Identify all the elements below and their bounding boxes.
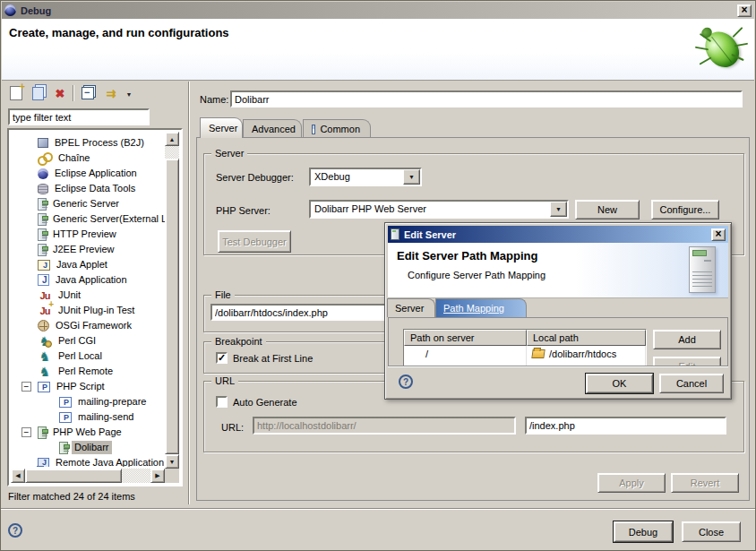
configure-server-button[interactable]: Configure... [651, 200, 719, 220]
tree-item-dolibarr[interactable]: Dolibarr [11, 440, 165, 455]
window-close-button[interactable] [737, 4, 752, 17]
duplicate-config-button[interactable] [28, 83, 47, 103]
path-mapping-panel: Path on server Local path / /dolibarr/ht… [388, 317, 728, 368]
php-server-select[interactable]: Dolibarr PHP Web Server [309, 200, 569, 219]
tree-item-perl-cgi[interactable]: Perl CGI [11, 333, 165, 349]
help-button[interactable] [8, 523, 22, 538]
scroll-down-button[interactable] [165, 454, 179, 469]
tree-item-j2ee-preview[interactable]: J2EE Preview [11, 242, 165, 257]
dialog-help-button[interactable] [399, 375, 413, 389]
tab-path-mapping[interactable]: Path Mapping [435, 298, 527, 317]
database-icon [38, 184, 48, 194]
scroll-right-button[interactable] [150, 469, 165, 483]
tree-item-perl-remote[interactable]: Perl Remote [11, 364, 165, 379]
apply-button: Apply [597, 473, 666, 493]
horizontal-scroll-thumb[interactable] [25, 469, 122, 483]
edit-server-titlebar[interactable]: Edit Server [388, 226, 728, 243]
tree-item-php-script[interactable]: PHP Script [11, 379, 165, 394]
tree-item-java-application[interactable]: Java Application [11, 272, 165, 288]
new-config-button[interactable] [6, 83, 26, 103]
tree-item-eclipse-data-tools[interactable]: Eclipse Data Tools [11, 181, 165, 196]
tree-item-generic-server[interactable]: Generic Server [11, 196, 165, 211]
debug-button[interactable]: Debug [614, 521, 673, 542]
add-mapping-button[interactable]: Add [653, 330, 721, 349]
junit-plugin-icon [38, 304, 52, 318]
name-input[interactable] [230, 90, 743, 108]
cell-local-path: /dolibarr/htdocs [527, 346, 646, 361]
tree-horizontal-scrollbar[interactable] [11, 469, 165, 483]
tree-item-bpel-process[interactable]: BPEL Process (B2J) [11, 135, 165, 151]
banner-title: Create, manage, and run configurations [9, 26, 229, 39]
edit-server-buttonbar: OK Cancel [388, 366, 728, 396]
tree-item-remote-java-application[interactable]: Remote Java Application [11, 455, 165, 467]
server-tower-icon [689, 246, 716, 293]
chevron-down-icon[interactable] [550, 202, 567, 217]
tree-item-chaine[interactable]: Chaîne [11, 151, 165, 166]
collapse-all-button[interactable] [78, 83, 98, 103]
cancel-button[interactable]: Cancel [659, 374, 724, 393]
php-file-icon [59, 397, 72, 408]
edit-server-dialog: Edit Server Edit Server Path Mapping Con… [384, 222, 732, 400]
tree-item-http-preview[interactable]: HTTP Preview [11, 227, 165, 242]
tab-common[interactable]: Common [303, 119, 371, 138]
java-application-icon [38, 274, 49, 286]
close-button[interactable]: Close [682, 521, 741, 542]
tree-item-junit[interactable]: JUnit [11, 288, 165, 303]
ok-button[interactable]: OK [586, 374, 653, 393]
column-path-on-server[interactable]: Path on server [404, 330, 527, 346]
perl-icon [38, 365, 52, 379]
edit-server-banner: Edit Server Path Mapping Configure Serve… [388, 243, 728, 298]
panel-divider[interactable] [188, 82, 190, 504]
tree-item-mailing-send[interactable]: mailing-send [11, 409, 165, 425]
tab-edit-server[interactable]: Server [387, 298, 435, 317]
php-file-icon [59, 412, 72, 423]
tab-advanced[interactable]: Advanced [243, 119, 302, 138]
tree-item-junit-plugin-test[interactable]: JUnit Plug-in Test [11, 303, 165, 318]
url-path-input[interactable] [525, 417, 726, 435]
column-local-path[interactable]: Local path [527, 330, 646, 346]
filter-icon [107, 87, 116, 100]
collapse-expander-icon[interactable] [21, 427, 31, 437]
tree-item-osgi-framework[interactable]: OSGi Framework [11, 318, 165, 333]
server-icon [391, 228, 399, 240]
osgi-framework-icon [38, 320, 49, 331]
tree-item-perl-local[interactable]: Perl Local [11, 349, 165, 364]
tree-item-php-web-page[interactable]: PHP Web Page [11, 425, 165, 440]
toolbar-menu-button[interactable] [123, 83, 135, 103]
filter-button[interactable] [101, 83, 121, 103]
close-icon [715, 229, 721, 239]
edit-server-close-button[interactable] [711, 228, 726, 241]
php-web-page-icon [59, 442, 68, 454]
vertical-scroll-thumb[interactable] [165, 159, 179, 454]
tab-server[interactable]: Server [200, 117, 243, 138]
filter-status-text: Filter matched 24 of 24 items [8, 490, 135, 503]
auto-generate-checkbox[interactable] [216, 396, 228, 408]
server-icon [38, 198, 47, 211]
break-first-line-checkbox[interactable] [216, 352, 228, 364]
delete-icon [56, 87, 65, 100]
server-debugger-select[interactable]: XDebug [309, 168, 422, 186]
delete-config-button[interactable] [50, 83, 70, 103]
debug-bug-icon [693, 22, 749, 76]
table-row[interactable]: / /dolibarr/htdocs [404, 346, 646, 361]
filter-input[interactable] [8, 108, 150, 125]
php-web-page-icon [38, 426, 47, 439]
banner: Create, manage, and run configurations [2, 19, 754, 81]
scroll-up-button[interactable] [165, 132, 179, 146]
tree-vertical-scrollbar[interactable] [165, 132, 179, 469]
eclipse-application-icon [38, 168, 48, 179]
perl-icon [38, 349, 52, 364]
footer-separator [1, 508, 756, 510]
debug-window: Debug Create, manage, and run configurat… [0, 0, 756, 551]
tree-item-mailing-prepare[interactable]: mailing-prepare [11, 394, 165, 409]
server-group-title: Server [211, 147, 247, 159]
name-label: Name: [200, 93, 228, 106]
chevron-down-icon[interactable] [403, 169, 420, 185]
scroll-left-button[interactable] [11, 469, 25, 483]
new-server-button[interactable]: New [575, 200, 640, 220]
collapse-expander-icon[interactable] [21, 382, 31, 392]
tree-item-generic-server-external[interactable]: Generic Server(External La [11, 211, 165, 227]
window-titlebar[interactable]: Debug [2, 2, 754, 19]
tree-item-eclipse-application[interactable]: Eclipse Application [11, 166, 165, 181]
tree-item-java-applet[interactable]: Java Applet [11, 257, 165, 272]
